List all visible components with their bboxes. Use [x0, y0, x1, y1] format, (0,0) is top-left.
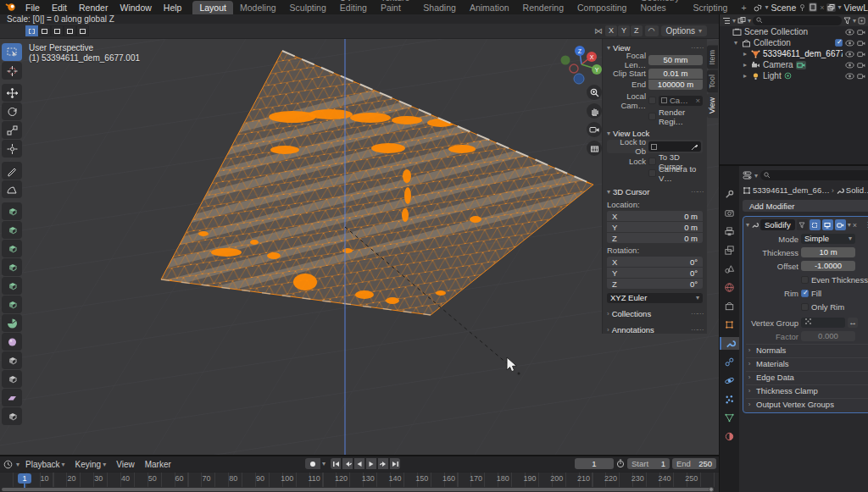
select-mode-invert[interactable] — [64, 25, 76, 36]
tool-edge-slide[interactable] — [2, 351, 22, 369]
unlink-scene-icon[interactable]: × — [820, 3, 824, 12]
edit-mode-toggle[interactable] — [810, 219, 821, 230]
options-dropdown[interactable]: Options▾ — [661, 25, 707, 36]
3d-cursor-header[interactable]: ▾3D Cursor⋯⋯ — [607, 185, 703, 197]
vertex-group-field[interactable] — [801, 318, 845, 328]
tool-inset-faces[interactable] — [2, 221, 22, 239]
navigation-gizmo[interactable]: Z X Y — [555, 43, 606, 87]
outliner-search-input[interactable] — [753, 16, 842, 25]
properties-tab-render[interactable] — [720, 207, 739, 219]
select-mode-extend[interactable] — [38, 25, 51, 36]
mirror-x-toggle[interactable]: X — [605, 25, 617, 36]
tool-extrude-region[interactable] — [2, 202, 22, 220]
tab-shading[interactable]: Shading — [416, 1, 463, 14]
tool-knife[interactable] — [2, 277, 22, 295]
hide-eye-icon[interactable] — [845, 29, 854, 36]
end-frame-field[interactable]: End250 — [672, 458, 716, 469]
tool-measure[interactable] — [2, 180, 22, 198]
exclude-checkbox[interactable] — [835, 39, 843, 47]
timeline-menu-playback[interactable]: Playback▾ — [23, 460, 68, 469]
modifier-extras-icon[interactable]: ▾ — [848, 221, 851, 229]
tool-rotate[interactable] — [2, 102, 22, 120]
timeline-scrollbar[interactable] — [0, 487, 719, 492]
tool-cursor[interactable] — [2, 62, 22, 80]
mode-dropdown[interactable]: Simple▾ — [801, 234, 855, 244]
jump-end-button[interactable] — [390, 458, 400, 469]
modifier-name-field[interactable]: Solidify — [760, 219, 795, 230]
drag-handle-icon[interactable]: ⋮⋮ — [864, 221, 868, 229]
tab-layout[interactable]: Layout — [192, 1, 233, 14]
scene-name[interactable]: Scene — [771, 3, 797, 13]
cursor-rotation-z[interactable]: Z0° — [607, 279, 703, 289]
properties-tab-modifiers[interactable] — [720, 337, 739, 350]
properties-tab-physics[interactable] — [720, 374, 739, 387]
play-reverse-button[interactable] — [354, 458, 364, 469]
lock-object-field[interactable] — [648, 141, 701, 152]
tab-rendering[interactable]: Rendering — [516, 1, 570, 14]
tool-annotate[interactable] — [2, 162, 22, 180]
stopwatch-icon[interactable] — [616, 459, 625, 468]
properties-tab-object[interactable] — [720, 318, 739, 331]
hide-eye-icon[interactable] — [845, 62, 854, 69]
properties-tab-tool[interactable] — [720, 188, 739, 201]
n-panel-tab-view[interactable]: View — [707, 93, 718, 118]
auto-keying-button[interactable] — [305, 458, 320, 469]
editor-type-icon[interactable] — [743, 171, 752, 180]
tool-move[interactable] — [2, 84, 22, 102]
properties-tab-material[interactable] — [720, 430, 739, 443]
outliner-row-collection[interactable]: ▾Collection — [720, 37, 868, 48]
pan-hand-icon[interactable] — [587, 103, 602, 119]
cursor-rotation-y[interactable]: Y0° — [607, 268, 703, 278]
n-panel-tab-tool[interactable]: Tool — [707, 70, 718, 93]
falloff-icon[interactable]: ◠ — [645, 25, 659, 36]
select-mode-set[interactable] — [25, 25, 38, 36]
n-panel-tab-item[interactable]: Item — [707, 46, 718, 69]
hide-eye-icon[interactable] — [845, 40, 854, 47]
timeline-menu-view[interactable]: View — [114, 460, 137, 469]
lock-3d-cursor-checkbox[interactable] — [648, 158, 656, 165]
zoom-icon[interactable] — [587, 85, 602, 100]
ortho-toggle-icon[interactable] — [587, 141, 602, 156]
playhead[interactable]: 1 — [18, 473, 31, 484]
tool-spin[interactable] — [2, 314, 22, 332]
breadcrumb-object[interactable]: 53394611_dem_66… — [753, 185, 830, 195]
render-visibility-icon[interactable] — [857, 73, 865, 80]
tab-geometry-nodes[interactable]: Geometry Nodes — [633, 0, 686, 14]
menu-file[interactable]: File — [19, 3, 46, 13]
hide-eye-icon[interactable] — [845, 73, 854, 80]
render-visibility-icon[interactable] — [857, 40, 865, 47]
render-visibility-icon[interactable] — [857, 51, 865, 58]
properties-tab-object-data[interactable] — [720, 412, 739, 424]
timeline-menu-marker[interactable]: Marker — [142, 460, 174, 469]
select-mode-intersect[interactable] — [76, 25, 89, 36]
even-thickness-checkbox[interactable] — [801, 276, 809, 284]
viewlayer-name[interactable]: ViewLayer — [844, 3, 868, 13]
menu-window[interactable]: Window — [114, 3, 157, 13]
tool-bevel[interactable] — [2, 240, 22, 257]
tool-rip-region[interactable] — [2, 407, 22, 425]
mirror-z-toggle[interactable]: Z — [631, 25, 643, 36]
tool-loop-cut[interactable] — [2, 258, 22, 276]
thickness-field[interactable]: 10 m — [801, 247, 855, 257]
render-region-checkbox[interactable] — [648, 113, 656, 120]
select-mode-subtract[interactable] — [51, 25, 64, 36]
subpanel-materials[interactable]: ›Materials — [746, 357, 868, 369]
subpanel-output-vertex-groups[interactable]: ›Output Vertex Groups — [746, 398, 868, 410]
only-rim-checkbox[interactable] — [801, 303, 809, 311]
timeline-ruler[interactable]: 1102030405060708090100110120130140150160… — [0, 472, 719, 487]
panel-collections[interactable]: ›Collections⋯⋯ — [607, 307, 703, 319]
3d-viewport[interactable]: User Perspective (1) 53394611_dem_6677.0… — [0, 39, 719, 455]
panel-annotations[interactable]: ›Annotations⋯⋯ — [607, 323, 703, 334]
tab-texture-paint[interactable]: Texture Paint — [374, 0, 416, 14]
hide-eye-icon[interactable] — [845, 51, 854, 58]
tab-modeling[interactable]: Modeling — [233, 1, 283, 14]
tool-shrink-fatten[interactable] — [2, 370, 22, 388]
properties-search-input[interactable] — [760, 170, 868, 180]
properties-tab-view-layer[interactable] — [720, 244, 739, 257]
tab-uv-editing[interactable]: UV Editing — [333, 0, 374, 14]
editor-type-icon[interactable] — [722, 17, 731, 25]
tool-shear[interactable] — [2, 389, 22, 406]
factor-field[interactable]: 0.000 — [801, 331, 855, 341]
clip-start-field[interactable]: 0.01 m — [648, 69, 703, 79]
outliner-row-camera[interactable]: ▸Camera — [720, 59, 868, 70]
